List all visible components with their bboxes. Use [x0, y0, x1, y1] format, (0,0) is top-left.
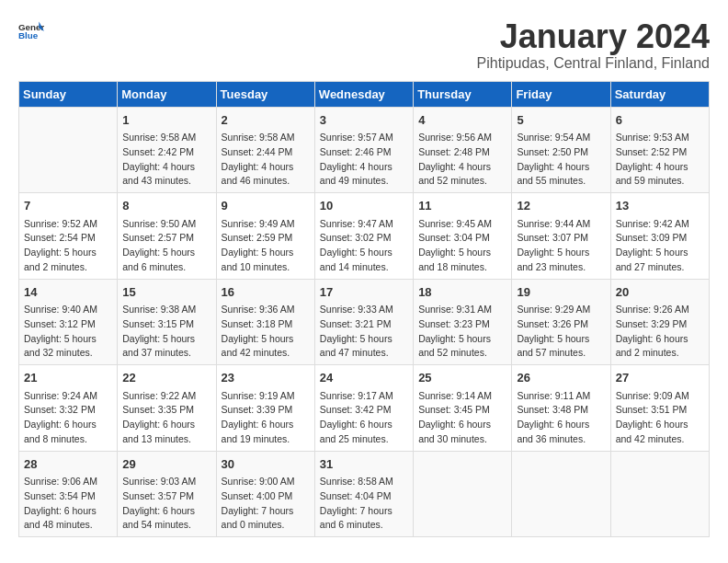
day-number: 29	[122, 455, 210, 474]
day-header-friday: Friday	[512, 81, 610, 107]
calendar-cell: 16Sunrise: 9:36 AM Sunset: 3:18 PM Dayli…	[216, 279, 314, 365]
calendar-cell: 9Sunrise: 9:49 AM Sunset: 2:59 PM Daylig…	[216, 193, 314, 280]
day-info: Sunrise: 9:52 AM Sunset: 2:54 PM Dayligh…	[24, 217, 112, 275]
day-info: Sunrise: 8:58 AM Sunset: 4:04 PM Dayligh…	[320, 475, 408, 533]
calendar-subtitle: Pihtipudas, Central Finland, Finland	[477, 55, 710, 72]
day-info: Sunrise: 9:50 AM Sunset: 2:57 PM Dayligh…	[122, 217, 210, 275]
day-info: Sunrise: 9:03 AM Sunset: 3:57 PM Dayligh…	[122, 475, 210, 533]
calendar-cell: 13Sunrise: 9:42 AM Sunset: 3:09 PM Dayli…	[610, 193, 709, 280]
day-number: 21	[24, 369, 112, 387]
day-number: 5	[517, 111, 605, 130]
day-header-wednesday: Wednesday	[314, 81, 413, 107]
day-info: Sunrise: 9:42 AM Sunset: 3:09 PM Dayligh…	[616, 217, 704, 275]
svg-text:Blue: Blue	[18, 30, 39, 40]
calendar-cell: 22Sunrise: 9:22 AM Sunset: 3:35 PM Dayli…	[118, 365, 216, 452]
day-number: 7	[24, 197, 112, 215]
week-row-2: 7Sunrise: 9:52 AM Sunset: 2:54 PM Daylig…	[19, 193, 710, 280]
day-info: Sunrise: 9:54 AM Sunset: 2:50 PM Dayligh…	[517, 131, 605, 189]
day-number: 28	[24, 455, 112, 474]
calendar-cell: 21Sunrise: 9:24 AM Sunset: 3:32 PM Dayli…	[19, 365, 118, 452]
day-info: Sunrise: 9:09 AM Sunset: 3:51 PM Dayligh…	[616, 389, 704, 447]
logo: General Blue	[18, 18, 44, 44]
day-info: Sunrise: 9:44 AM Sunset: 3:07 PM Dayligh…	[517, 217, 605, 275]
calendar-cell: 10Sunrise: 9:47 AM Sunset: 3:02 PM Dayli…	[314, 193, 413, 280]
day-header-sunday: Sunday	[19, 81, 118, 107]
day-number: 13	[616, 197, 704, 215]
week-row-5: 28Sunrise: 9:06 AM Sunset: 3:54 PM Dayli…	[19, 451, 710, 537]
day-number: 3	[320, 111, 408, 130]
day-info: Sunrise: 9:38 AM Sunset: 3:15 PM Dayligh…	[122, 303, 210, 361]
day-number: 10	[320, 197, 408, 215]
day-info: Sunrise: 9:31 AM Sunset: 3:23 PM Dayligh…	[418, 303, 506, 361]
week-row-4: 21Sunrise: 9:24 AM Sunset: 3:32 PM Dayli…	[19, 365, 710, 452]
calendar-cell: 28Sunrise: 9:06 AM Sunset: 3:54 PM Dayli…	[19, 451, 118, 537]
day-header-saturday: Saturday	[610, 81, 709, 107]
calendar-cell: 24Sunrise: 9:17 AM Sunset: 3:42 PM Dayli…	[314, 365, 413, 452]
calendar-cell: 29Sunrise: 9:03 AM Sunset: 3:57 PM Dayli…	[118, 451, 216, 537]
day-number: 1	[122, 111, 210, 130]
calendar-cell	[610, 451, 709, 537]
calendar-title: January 2024	[477, 18, 710, 55]
day-number: 2	[222, 111, 310, 130]
day-info: Sunrise: 9:36 AM Sunset: 3:18 PM Dayligh…	[222, 303, 310, 361]
calendar-cell: 20Sunrise: 9:26 AM Sunset: 3:29 PM Dayli…	[610, 279, 709, 365]
day-number: 19	[517, 283, 605, 302]
day-number: 9	[222, 197, 310, 215]
day-number: 25	[418, 369, 506, 387]
day-info: Sunrise: 9:47 AM Sunset: 3:02 PM Dayligh…	[320, 217, 408, 275]
day-number: 14	[24, 283, 112, 302]
day-number: 30	[222, 455, 310, 474]
logo-icon: General Blue	[18, 18, 44, 44]
day-info: Sunrise: 9:26 AM Sunset: 3:29 PM Dayligh…	[616, 303, 704, 361]
day-info: Sunrise: 9:49 AM Sunset: 2:59 PM Dayligh…	[222, 217, 310, 275]
calendar-cell: 17Sunrise: 9:33 AM Sunset: 3:21 PM Dayli…	[314, 279, 413, 365]
day-number: 6	[616, 111, 704, 130]
day-info: Sunrise: 9:29 AM Sunset: 3:26 PM Dayligh…	[517, 303, 605, 361]
calendar-cell	[19, 107, 118, 193]
day-info: Sunrise: 9:06 AM Sunset: 3:54 PM Dayligh…	[24, 475, 112, 533]
day-info: Sunrise: 9:24 AM Sunset: 3:32 PM Dayligh…	[24, 389, 112, 447]
day-number: 24	[320, 369, 408, 387]
calendar-table: SundayMondayTuesdayWednesdayThursdayFrid…	[18, 81, 710, 538]
day-number: 16	[222, 283, 310, 302]
day-info: Sunrise: 9:22 AM Sunset: 3:35 PM Dayligh…	[122, 389, 210, 447]
calendar-cell: 4Sunrise: 9:56 AM Sunset: 2:48 PM Daylig…	[414, 107, 512, 193]
calendar-cell: 14Sunrise: 9:40 AM Sunset: 3:12 PM Dayli…	[19, 279, 118, 365]
day-number: 20	[616, 283, 704, 302]
week-row-3: 14Sunrise: 9:40 AM Sunset: 3:12 PM Dayli…	[19, 279, 710, 365]
day-info: Sunrise: 9:53 AM Sunset: 2:52 PM Dayligh…	[616, 131, 704, 189]
day-info: Sunrise: 9:57 AM Sunset: 2:46 PM Dayligh…	[320, 131, 408, 189]
calendar-cell: 18Sunrise: 9:31 AM Sunset: 3:23 PM Dayli…	[414, 279, 512, 365]
day-info: Sunrise: 9:58 AM Sunset: 2:42 PM Dayligh…	[122, 131, 210, 189]
day-number: 11	[418, 197, 506, 215]
day-header-thursday: Thursday	[414, 81, 512, 107]
day-info: Sunrise: 9:19 AM Sunset: 3:39 PM Dayligh…	[222, 389, 310, 447]
calendar-cell	[512, 451, 610, 537]
day-info: Sunrise: 9:14 AM Sunset: 3:45 PM Dayligh…	[418, 389, 506, 447]
calendar-cell: 27Sunrise: 9:09 AM Sunset: 3:51 PM Dayli…	[610, 365, 709, 452]
day-info: Sunrise: 9:40 AM Sunset: 3:12 PM Dayligh…	[24, 303, 112, 361]
day-number: 31	[320, 455, 408, 474]
calendar-cell: 26Sunrise: 9:11 AM Sunset: 3:48 PM Dayli…	[512, 365, 610, 452]
day-header-tuesday: Tuesday	[216, 81, 314, 107]
day-number: 22	[122, 369, 210, 387]
day-header-monday: Monday	[118, 81, 216, 107]
calendar-cell: 1Sunrise: 9:58 AM Sunset: 2:42 PM Daylig…	[118, 107, 216, 193]
calendar-cell: 30Sunrise: 9:00 AM Sunset: 4:00 PM Dayli…	[216, 451, 314, 537]
day-info: Sunrise: 9:45 AM Sunset: 3:04 PM Dayligh…	[418, 217, 506, 275]
calendar-cell: 6Sunrise: 9:53 AM Sunset: 2:52 PM Daylig…	[610, 107, 709, 193]
calendar-cell: 31Sunrise: 8:58 AM Sunset: 4:04 PM Dayli…	[314, 451, 413, 537]
day-number: 23	[222, 369, 310, 387]
day-info: Sunrise: 9:00 AM Sunset: 4:00 PM Dayligh…	[222, 475, 310, 533]
calendar-cell	[414, 451, 512, 537]
page-header: General Blue January 2024 Pihtipudas, Ce…	[18, 18, 710, 72]
calendar-cell: 19Sunrise: 9:29 AM Sunset: 3:26 PM Dayli…	[512, 279, 610, 365]
calendar-cell: 23Sunrise: 9:19 AM Sunset: 3:39 PM Dayli…	[216, 365, 314, 452]
calendar-cell: 12Sunrise: 9:44 AM Sunset: 3:07 PM Dayli…	[512, 193, 610, 280]
day-number: 12	[517, 197, 605, 215]
calendar-cell: 2Sunrise: 9:58 AM Sunset: 2:44 PM Daylig…	[216, 107, 314, 193]
day-number: 8	[122, 197, 210, 215]
day-number: 18	[418, 283, 506, 302]
day-info: Sunrise: 9:58 AM Sunset: 2:44 PM Dayligh…	[222, 131, 310, 189]
day-info: Sunrise: 9:56 AM Sunset: 2:48 PM Dayligh…	[418, 131, 506, 189]
